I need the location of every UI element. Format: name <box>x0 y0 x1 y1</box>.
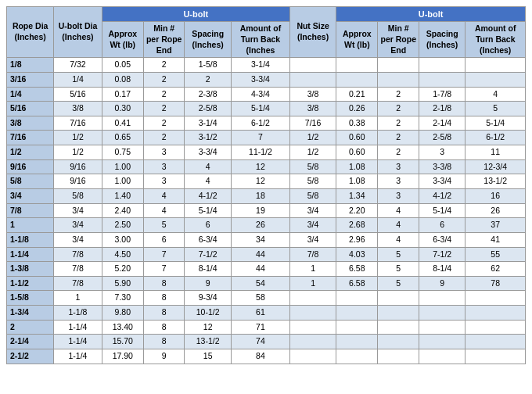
table-cell <box>419 72 465 87</box>
table-cell: 2 <box>143 58 185 73</box>
table-cell: 3/4 <box>290 232 336 247</box>
table-cell: 3 <box>143 145 185 160</box>
table-cell: 1.00 <box>102 159 143 174</box>
table-cell: 0.17 <box>102 87 143 102</box>
table-cell: 0.60 <box>336 145 378 160</box>
table-cell: 55 <box>466 247 526 262</box>
table-cell <box>336 349 378 364</box>
table-cell: 5.20 <box>102 262 143 277</box>
table-cell: 6 <box>143 232 185 247</box>
table-cell: 7/8 <box>54 262 102 277</box>
table-cell <box>290 335 336 349</box>
table-cell: 6-3/4 <box>185 232 231 247</box>
table-cell: 5 <box>143 218 185 233</box>
table-cell: 2-5/8 <box>419 131 465 145</box>
table-cell: 12-3/4 <box>466 159 526 174</box>
table-cell: 8 <box>143 291 185 306</box>
table-cell: 3 <box>143 174 185 189</box>
table-cell: 2 <box>143 102 185 116</box>
table-cell: 17.90 <box>102 349 143 364</box>
table-cell: 1-1/4 <box>54 320 102 335</box>
table-cell: 7/8 <box>54 247 102 262</box>
table-cell: 7/16 <box>7 131 54 145</box>
table-cell: 12 <box>185 320 231 335</box>
table-cell: 1-7/8 <box>419 87 465 102</box>
table-cell <box>378 58 419 73</box>
table-cell: 2 <box>378 102 419 116</box>
table-cell: 1-5/8 <box>7 291 54 306</box>
table-cell: 61 <box>231 306 289 321</box>
table-cell: 2 <box>143 87 185 102</box>
table-cell: 9/16 <box>7 159 54 174</box>
table-cell <box>336 291 378 306</box>
table-cell: 7/8 <box>7 203 54 218</box>
col-header-min-per-rope-2: Min # per Rope End <box>378 22 419 58</box>
table-cell <box>378 320 419 335</box>
table-cell: 1.34 <box>336 188 378 203</box>
table-cell: 1 <box>54 291 102 306</box>
table-cell: 2 <box>378 116 419 131</box>
table-cell: 8 <box>143 306 185 321</box>
table-cell: 7/16 <box>290 116 336 131</box>
table-cell: 7/32 <box>54 58 102 73</box>
table-cell: 2 <box>185 72 231 87</box>
table-cell: 5-1/4 <box>185 203 231 218</box>
table-cell: 7 <box>143 247 185 262</box>
table-cell: 84 <box>231 349 289 364</box>
table-cell <box>290 291 336 306</box>
table-cell: 0.05 <box>102 58 143 73</box>
rope-clip-table: Rope Dia (Inches) U-bolt Dia (Inches) U-… <box>6 6 526 364</box>
table-cell <box>378 349 419 364</box>
table-cell: 2-1/4 <box>419 116 465 131</box>
col-header-ubolt-dia: U-bolt Dia (Inches) <box>54 7 102 58</box>
table-cell: 2-5/8 <box>185 102 231 116</box>
table-cell: 7 <box>143 262 185 277</box>
table-cell <box>336 58 378 73</box>
table-cell: 3-3/4 <box>231 72 289 87</box>
table-cell <box>378 72 419 87</box>
table-cell: 3/4 <box>54 232 102 247</box>
table-cell: 0.08 <box>102 72 143 87</box>
table-cell: 9 <box>419 276 465 291</box>
table-cell: 16 <box>466 188 526 203</box>
table-cell: 18 <box>231 188 289 203</box>
table-cell: 3 <box>378 188 419 203</box>
table-cell: 3/8 <box>54 102 102 116</box>
table-cell: 9/16 <box>54 159 102 174</box>
table-cell: 2 <box>378 131 419 145</box>
table-cell: 74 <box>231 335 289 349</box>
table-cell: 6.58 <box>336 262 378 277</box>
table-cell: 2 <box>143 131 185 145</box>
table-cell: 8 <box>143 320 185 335</box>
table-cell <box>336 335 378 349</box>
table-cell: 4-1/2 <box>185 188 231 203</box>
table-cell: 1.08 <box>336 174 378 189</box>
table-cell: 11 <box>466 145 526 160</box>
table-cell: 1-1/4 <box>54 349 102 364</box>
table-cell: 3/4 <box>290 203 336 218</box>
table-cell: 4-1/2 <box>419 188 465 203</box>
table-cell <box>290 306 336 321</box>
table-cell: 0.75 <box>102 145 143 160</box>
table-cell: 10-1/2 <box>185 306 231 321</box>
table-cell: 6 <box>185 218 231 233</box>
table-cell: 5 <box>378 276 419 291</box>
table-cell: 58 <box>231 291 289 306</box>
table-cell: 2-1/2 <box>7 349 54 364</box>
table-cell: 7 <box>231 131 289 145</box>
table-cell: 1-1/4 <box>54 335 102 349</box>
table-cell <box>419 58 465 73</box>
table-cell: 8 <box>143 276 185 291</box>
table-cell: 3-3/4 <box>419 174 465 189</box>
col-header-rope-dia: Rope Dia (Inches) <box>7 7 54 58</box>
table-cell: 5 <box>466 102 526 116</box>
table-cell: 2 <box>378 87 419 102</box>
table-cell: 2 <box>7 320 54 335</box>
table-cell: 2.68 <box>336 218 378 233</box>
table-cell: 6-1/2 <box>231 116 289 131</box>
table-cell: 4 <box>466 87 526 102</box>
table-cell <box>419 335 465 349</box>
table-cell: 1 <box>290 262 336 277</box>
table-cell: 78 <box>466 276 526 291</box>
table-cell <box>290 349 336 364</box>
